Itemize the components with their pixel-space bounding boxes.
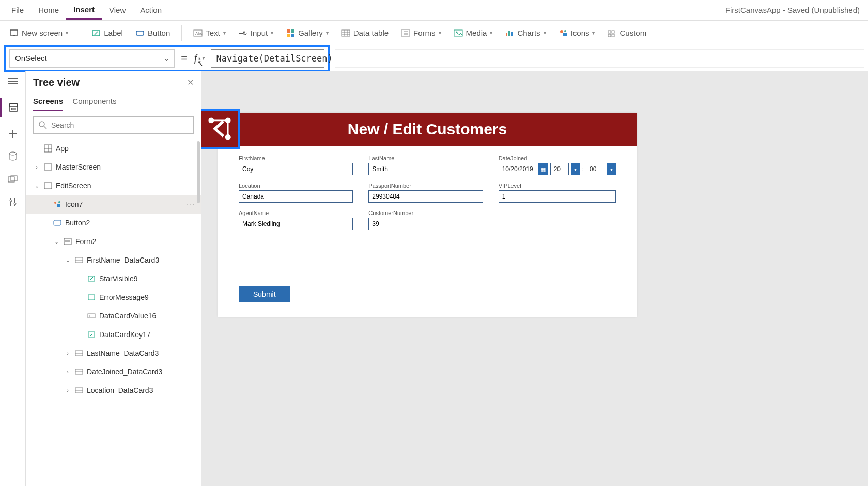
more-icon[interactable]: ··· xyxy=(187,200,196,208)
submit-button[interactable]: Submit xyxy=(239,286,290,302)
tree-node-app[interactable]: App xyxy=(26,139,201,158)
property-select[interactable]: OnSelect xyxy=(9,49,175,68)
data-icon[interactable] xyxy=(7,151,19,162)
button-button[interactable]: Button xyxy=(130,25,175,41)
tree-node-masterscreen[interactable]: › MasterScreen xyxy=(26,158,201,176)
gallery-button[interactable]: Gallery ▾ xyxy=(281,25,334,41)
property-value: OnSelect xyxy=(15,54,47,63)
canvas-area[interactable]: New / Edit Customers FirstName LastName … xyxy=(202,71,868,486)
minute-select[interactable]: 00 xyxy=(586,163,605,175)
formula-input[interactable]: Navigate(DetailScreen) xyxy=(211,49,324,68)
datatable-button[interactable]: Data table xyxy=(336,25,394,41)
menu-home[interactable]: Home xyxy=(31,2,66,19)
input-button[interactable]: Input ▾ xyxy=(233,25,278,41)
close-icon[interactable]: ✕ xyxy=(187,78,194,87)
tree-node-firstname-card[interactable]: ⌄ FirstName_DataCard3 xyxy=(26,251,201,269)
agent-input[interactable] xyxy=(239,218,353,230)
expand-icon[interactable]: › xyxy=(33,164,40,170)
tab-components[interactable]: Components xyxy=(72,94,116,111)
svg-point-42 xyxy=(9,152,17,155)
textinput-control-icon xyxy=(87,311,96,321)
tree-node-starvisible9[interactable]: StarVisible9 xyxy=(26,269,201,288)
collapse-icon[interactable]: ⌄ xyxy=(53,238,60,245)
chevron-down-icon: ▾ xyxy=(490,30,492,36)
tree-node-location-card[interactable]: › Location_DataCard3 xyxy=(26,381,201,400)
hamburger-icon[interactable] xyxy=(7,75,19,87)
table-icon xyxy=(341,28,350,38)
passport-input[interactable] xyxy=(368,190,483,203)
search-input[interactable] xyxy=(33,116,194,134)
chevron-down-icon: ▾ xyxy=(223,30,226,36)
firstname-input[interactable] xyxy=(239,163,353,175)
collapse-icon[interactable]: ⌄ xyxy=(33,183,40,189)
tree-node-datejoined-card[interactable]: › DateJoined_DataCard3 xyxy=(26,362,201,381)
field-label: AgentName xyxy=(239,210,353,216)
app-title: FirstCanvasApp - Saved (Unpublished) xyxy=(725,6,864,14)
chevron-down-icon: ▾ xyxy=(592,30,595,36)
app-icon xyxy=(43,144,53,153)
svg-point-47 xyxy=(10,200,12,202)
tree-node-lastname-card[interactable]: › LastName_DataCard3 xyxy=(26,344,201,362)
hour-dropdown-icon[interactable]: ▾ xyxy=(571,163,580,175)
text-button[interactable]: Abc Text ▾ xyxy=(188,25,231,41)
back-icon-selected[interactable] xyxy=(202,109,240,149)
location-input[interactable] xyxy=(239,190,353,203)
tree-view-icon[interactable] xyxy=(0,98,25,117)
svg-point-29 xyxy=(564,30,566,32)
menu-insert[interactable]: Insert xyxy=(66,1,102,20)
charts-button[interactable]: Charts ▾ xyxy=(500,25,551,41)
new-screen-button[interactable]: New screen ▾ xyxy=(4,25,73,41)
date-input[interactable]: 10/20/2019 ▦ xyxy=(499,163,548,175)
tree-node-label: Form2 xyxy=(75,237,96,246)
collapse-icon[interactable]: ⌄ xyxy=(64,257,71,264)
tree-node-editscreen[interactable]: ⌄ EditScreen xyxy=(26,176,201,195)
menu-file[interactable]: File xyxy=(4,2,31,19)
button-icon xyxy=(135,28,145,38)
tab-screens[interactable]: Screens xyxy=(33,94,63,111)
scrollbar-thumb[interactable] xyxy=(197,141,200,203)
chevron-down-icon: ▾ xyxy=(326,30,329,36)
formula-bar-extension[interactable] xyxy=(335,49,864,68)
chevron-down-icon: ▾ xyxy=(544,30,546,36)
field-datejoined: DateJoined 10/20/2019 ▦ 20 ▾ : 00 ▾ xyxy=(499,155,616,175)
button-control-icon xyxy=(53,218,62,227)
svg-point-27 xyxy=(560,30,563,33)
text-label: Text xyxy=(206,28,220,37)
icons-button[interactable]: Icons ▾ xyxy=(553,25,600,41)
menu-action[interactable]: Action xyxy=(133,2,169,19)
vip-input[interactable] xyxy=(499,190,616,203)
tree-node-button2[interactable]: Button2 xyxy=(26,214,201,232)
svg-point-48 xyxy=(14,203,16,205)
expand-icon[interactable]: › xyxy=(64,387,71,393)
tree-node-form2[interactable]: ⌄ Form2 xyxy=(26,232,201,251)
svg-point-56 xyxy=(54,202,56,204)
menu-view[interactable]: View xyxy=(102,2,133,19)
expand-icon[interactable]: › xyxy=(64,369,71,375)
search-field[interactable] xyxy=(51,121,188,129)
input-label: Input xyxy=(251,28,268,37)
lastname-input[interactable] xyxy=(368,163,483,175)
fx-button[interactable]: fx▾ ↖ xyxy=(193,52,206,64)
tree-node-datacardvalue16[interactable]: DataCardValue16 xyxy=(26,307,201,325)
tree-panel-title: Tree view xyxy=(33,77,80,88)
plus-icon[interactable] xyxy=(7,128,19,140)
custnum-input[interactable] xyxy=(368,218,483,230)
tree-node-label: Location_DataCard3 xyxy=(87,386,153,394)
tree-node-datacardkey17[interactable]: DataCardKey17 xyxy=(26,325,201,344)
custom-button[interactable]: Custom xyxy=(602,25,652,41)
tree-node-errormessage9[interactable]: ErrorMessage9 xyxy=(26,288,201,307)
field-passport: PassportNumber xyxy=(368,183,483,203)
calendar-icon[interactable]: ▦ xyxy=(538,163,548,175)
minute-dropdown-icon[interactable]: ▾ xyxy=(607,163,616,175)
svg-point-58 xyxy=(58,201,60,203)
tree-node-label: FirstName_DataCard3 xyxy=(87,256,159,264)
chevron-down-icon: ▾ xyxy=(439,30,441,36)
media-rail-icon[interactable] xyxy=(7,174,19,185)
forms-button[interactable]: Forms ▾ xyxy=(396,25,446,41)
media-button[interactable]: Media ▾ xyxy=(448,25,498,41)
label-button[interactable]: Label xyxy=(86,25,128,41)
advanced-tools-icon[interactable] xyxy=(7,196,19,208)
tree-node-icon7[interactable]: Icon7 ··· xyxy=(26,195,201,214)
expand-icon[interactable]: › xyxy=(64,350,71,356)
hour-select[interactable]: 20 xyxy=(550,163,569,175)
